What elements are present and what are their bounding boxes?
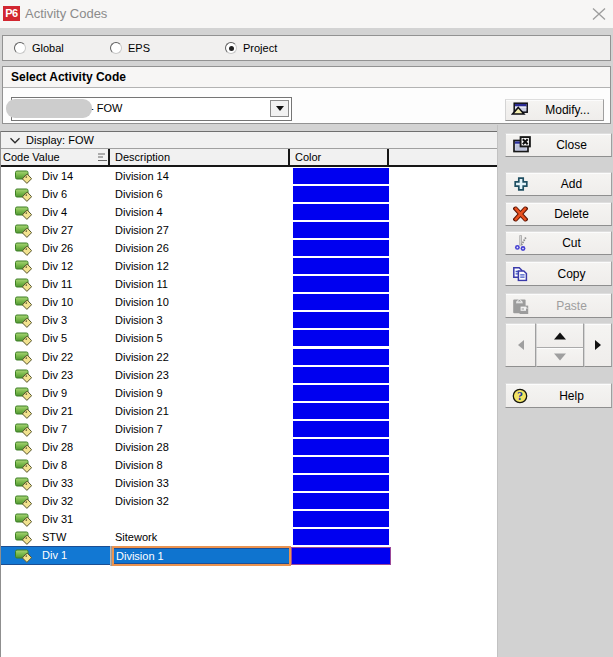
table-row[interactable]: Div 7 Division 7 xyxy=(0,420,497,438)
shift-left-button[interactable] xyxy=(505,323,536,367)
table-row[interactable]: Div 1 Division 1 xyxy=(0,546,497,565)
row-code-value: Div 23 xyxy=(42,366,73,384)
row-color-swatch[interactable] xyxy=(293,367,389,383)
table-row[interactable]: Div 21 Division 21 xyxy=(0,402,497,420)
radio-eps[interactable]: EPS xyxy=(110,36,150,60)
row-color-swatch[interactable] xyxy=(293,457,389,473)
row-color-swatch[interactable] xyxy=(293,258,389,274)
activity-code-tag-icon xyxy=(14,420,32,437)
row-color-swatch[interactable] xyxy=(293,330,389,346)
row-color-swatch[interactable] xyxy=(293,204,389,220)
row-code-value: Div 10 xyxy=(42,293,73,311)
reorder-nav-cluster xyxy=(505,323,612,367)
activity-code-tag-icon xyxy=(14,293,32,310)
display-options-bar[interactable]: Display: FOW xyxy=(0,131,497,149)
table-row[interactable]: Div 8 Division 8 xyxy=(0,456,497,474)
row-code-value: Div 6 xyxy=(42,185,67,203)
add-icon xyxy=(514,177,528,191)
row-code-value: Div 11 xyxy=(42,275,72,293)
table-row[interactable]: Div 26 Division 26 xyxy=(0,239,497,257)
table-row[interactable]: Div 6 Division 6 xyxy=(0,185,497,203)
row-description: Division 21 xyxy=(115,402,169,420)
paste-button[interactable]: Paste xyxy=(505,293,612,318)
sort-filter-icon[interactable] xyxy=(97,152,108,163)
modify-button[interactable]: Modify... xyxy=(505,99,604,121)
question-mark-glyph: ? xyxy=(517,389,523,403)
radio-global[interactable]: Global xyxy=(14,36,64,60)
table-row[interactable]: Div 22 Division 22 xyxy=(0,348,497,366)
close-button-label: Close xyxy=(532,134,611,156)
row-color-swatch[interactable] xyxy=(293,439,389,455)
column-header-color[interactable]: Color xyxy=(292,149,389,165)
row-color-swatch[interactable] xyxy=(293,403,389,419)
activity-code-combobox[interactable]: - FOW xyxy=(11,97,292,121)
table-row[interactable]: Div 31 xyxy=(0,510,497,528)
copy-icon xyxy=(512,266,528,281)
row-color-swatch[interactable] xyxy=(293,421,389,437)
activity-code-tag-icon xyxy=(14,185,32,202)
radio-project[interactable]: Project xyxy=(225,36,277,60)
table-row[interactable]: Div 9 Division 9 xyxy=(0,384,497,402)
close-button[interactable]: Close xyxy=(505,133,612,157)
combobox-dropdown-button[interactable] xyxy=(270,100,289,117)
table-row[interactable]: STW Sitework xyxy=(0,528,497,546)
table-header-row: Code Value Description Color xyxy=(0,149,497,167)
table-row[interactable]: Div 14 Division 14 xyxy=(0,167,497,185)
close-button-icon xyxy=(512,136,532,155)
help-button[interactable]: ? Help xyxy=(505,383,612,408)
close-window-icon[interactable] xyxy=(592,8,606,20)
cut-button[interactable]: Cut xyxy=(505,231,612,255)
row-color-swatch[interactable] xyxy=(293,385,389,401)
row-color-swatch[interactable] xyxy=(293,222,389,238)
row-code-value: Div 8 xyxy=(42,456,67,474)
row-color-swatch[interactable] xyxy=(293,186,389,202)
table-row[interactable]: Div 10 Division 10 xyxy=(0,293,497,311)
row-color-swatch[interactable] xyxy=(293,475,389,491)
row-color-swatch[interactable] xyxy=(293,168,389,184)
help-icon: ? xyxy=(512,388,528,404)
row-description: Division 14 xyxy=(115,167,169,185)
radio-global-circle[interactable] xyxy=(14,42,26,54)
radio-global-label: Global xyxy=(32,42,64,54)
row-color-swatch[interactable] xyxy=(291,547,391,565)
column-header-description[interactable]: Description xyxy=(112,149,290,165)
table-row[interactable]: Div 4 Division 4 xyxy=(0,203,497,221)
table-row[interactable]: Div 11 Division 11 xyxy=(0,275,497,293)
row-color-swatch[interactable] xyxy=(293,276,389,292)
move-down-button[interactable] xyxy=(536,347,584,367)
paste-button-label: Paste xyxy=(532,294,611,317)
table-row[interactable]: Div 27 Division 27 xyxy=(0,221,497,239)
radio-project-circle[interactable] xyxy=(225,42,237,54)
row-color-swatch[interactable] xyxy=(293,312,389,328)
table-row[interactable]: Div 5 Division 5 xyxy=(0,329,497,347)
shift-right-button[interactable] xyxy=(584,323,612,367)
description-edit-cell[interactable]: Division 1 xyxy=(112,546,291,566)
row-color-swatch[interactable] xyxy=(293,493,389,509)
table-row[interactable]: Div 12 Division 12 xyxy=(0,257,497,275)
row-color-swatch[interactable] xyxy=(293,529,389,545)
table-row[interactable]: Div 32 Division 32 xyxy=(0,492,497,510)
row-code-value: STW xyxy=(42,528,66,546)
table-row[interactable]: Div 28 Division 28 xyxy=(0,438,497,456)
delete-button[interactable]: Delete xyxy=(505,202,612,226)
radio-eps-circle[interactable] xyxy=(110,42,122,54)
column-header-empty xyxy=(391,149,497,165)
activity-codes-table: Display: FOW Code Value Description Colo… xyxy=(0,131,497,657)
help-button-label: Help xyxy=(532,384,611,407)
delete-button-label: Delete xyxy=(532,203,611,225)
table-row[interactable]: Div 33 Division 33 xyxy=(0,474,497,492)
row-description: Division 9 xyxy=(115,384,163,402)
move-up-button[interactable] xyxy=(536,323,584,347)
row-color-swatch[interactable] xyxy=(293,294,389,310)
row-color-swatch[interactable] xyxy=(293,511,389,527)
table-row[interactable]: Div 3 Division 3 xyxy=(0,311,497,329)
table-row[interactable]: Div 23 Division 23 xyxy=(0,366,497,384)
row-color-swatch[interactable] xyxy=(293,240,389,256)
copy-button[interactable]: Copy xyxy=(505,261,612,286)
row-code-value: Div 5 xyxy=(42,329,67,347)
radio-eps-label: EPS xyxy=(128,42,150,54)
add-button[interactable]: Add xyxy=(505,172,612,196)
row-code-value: Div 4 xyxy=(42,203,67,221)
column-header-code-value[interactable]: Code Value xyxy=(0,149,110,165)
row-color-swatch[interactable] xyxy=(293,349,389,365)
